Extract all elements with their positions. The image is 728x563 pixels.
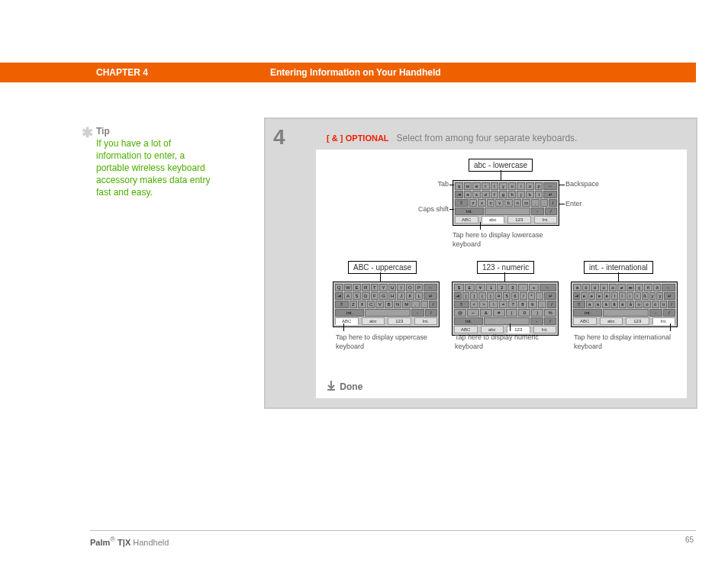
done-arrow-icon [327,381,337,394]
key: * [528,292,536,300]
key: $ [454,284,464,291]
key: à [573,284,581,291]
key: 4 [495,292,503,300]
key: : [536,292,543,300]
key: / [429,301,437,308]
done-row: Done [327,381,362,394]
key: ↵ [424,292,437,300]
chapter-title: Entering Information on Your Handheld [270,67,441,78]
key: ⇥ [454,292,462,300]
key: ⇧ [454,301,469,308]
key: ê [604,292,610,300]
key: W [344,284,353,291]
key: ⇥ [335,292,343,300]
key: Q [335,284,343,291]
key: / [520,292,527,300]
key: % [544,309,556,317]
key: v [495,199,504,207]
chapter-label: CHAPTER 4 [96,67,148,78]
optional-bracket: [ & ] [327,134,343,143]
key: = [499,301,508,308]
key: ~ [467,309,479,317]
key [603,309,649,317]
key: 3 [507,284,517,291]
key: ← [543,182,557,190]
key: , [411,301,420,308]
key: ( [506,309,518,317]
key: ã [610,301,618,308]
key: ⇥ [573,292,580,300]
label-numeric: 123 - numeric [477,261,534,274]
key: / [425,309,437,317]
key: a [464,191,472,198]
key: ù [635,301,643,308]
key: ↵ [543,191,557,198]
tip-body: If you have a lot of information to ente… [96,137,211,198]
key: int. [455,208,484,215]
key: ÿ [656,292,663,300]
key: / [547,301,556,308]
key: j [517,191,525,198]
key: Y [379,284,388,291]
key: @ [454,309,466,317]
key: S [353,292,361,300]
key: P [415,284,424,291]
key: ñ [644,284,652,291]
keyboard-international: àôöòóøæçñð←⇥èéëêîïíìßýÿ↵⇧àáâãäåùúûü/int.… [571,282,678,327]
key: p [535,182,543,190]
key: ) [487,292,494,300]
leader-line [670,323,671,331]
leader-line [449,185,454,185]
key: A [344,292,353,300]
key: s [472,191,481,198]
key: / [668,301,675,308]
key: á [594,301,602,308]
key: ß [642,292,649,300]
key: é [588,292,595,300]
key [484,317,530,325]
caption-lowercase: Tap here to display lowercase keyboard [453,230,559,249]
leader-line [559,185,565,185]
key: q [455,182,463,190]
leader-line [510,323,511,331]
key: u [508,182,517,190]
key: ] [470,292,478,300]
key: J [397,292,405,300]
key: 7 [508,301,517,308]
leader-line [559,204,565,204]
key: \ [489,301,498,308]
key: # [493,309,505,317]
keyboard-lowercase: qwertyuiop←⇥asdfghjkl↵⇧zxcvbnm,./int.-/A… [453,180,559,226]
done-label: Done [340,381,362,392]
key: + [529,284,539,291]
key: ← [424,284,437,291]
key: & [480,309,492,317]
key: U [388,284,397,291]
key: , [531,199,540,207]
key: - [649,309,662,317]
footer-divider [90,530,696,531]
label-caps: Caps shift [403,205,449,213]
tip-asterisk-icon: ✱ [82,124,93,141]
key: c [487,199,495,207]
key: ø [617,284,626,291]
key: - [530,317,543,325]
key: - [531,208,543,215]
key: K [406,292,414,300]
key: ← [540,284,556,291]
leader-line [618,272,619,282]
key: 9 [528,301,537,308]
key: ç [635,284,643,291]
key: 1 [486,284,496,291]
keyboard-uppercase: QWERTYUIOP←⇥ASDFGHJKL↵⇧ZXCVBNM,./int.-/A… [333,282,440,327]
key: å [627,301,635,308]
key: ¥ [475,284,485,291]
key: E [353,284,361,291]
key: ö [591,284,599,291]
key: ( [478,292,486,300]
key: y [499,182,507,190]
keyboard-numeric: $£¥123-+←⇥[]()456/*:↵⇧<>\=789;/@~&#(0)%i… [452,282,559,336]
key: [ [462,292,470,300]
key: ì [634,292,641,300]
key: o [526,182,534,190]
